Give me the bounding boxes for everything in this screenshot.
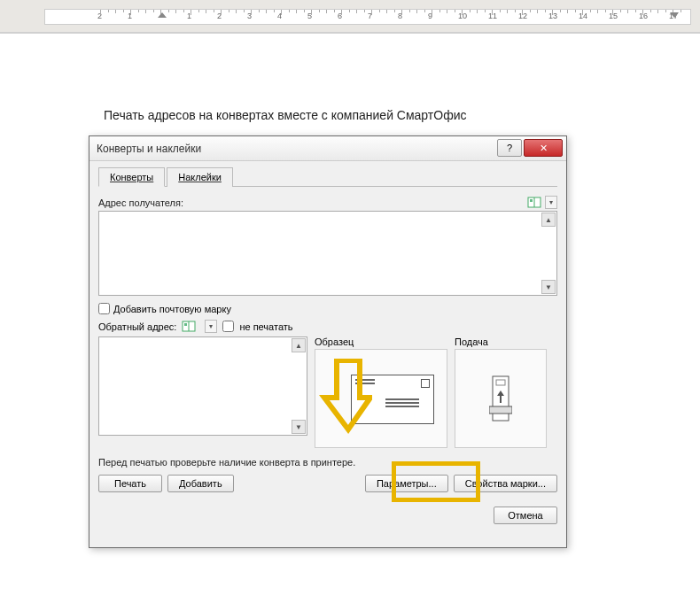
ruler-area: 211234567891011121314151617 (0, 0, 700, 34)
close-button[interactable]: ✕ (524, 139, 563, 157)
return-address-book-dropdown[interactable]: ▾ (205, 320, 217, 333)
return-scroll-up-button[interactable]: ▲ (292, 338, 306, 352)
return-address-book-icon[interactable] (182, 321, 196, 332)
envelopes-labels-dialog: Конверты и наклейки ? ✕ Конверты Наклейк… (89, 135, 567, 548)
svg-rect-1 (530, 199, 533, 202)
add-stamp-checkbox[interactable] (98, 303, 110, 314)
return-address-field-wrap: ▲ ▼ (98, 336, 307, 436)
tab-strip: Конверты Наклейки (98, 166, 557, 187)
options-button[interactable]: Параметры... (365, 475, 448, 492)
scroll-down-button[interactable]: ▼ (541, 280, 556, 294)
ruler-separator (0, 32, 700, 34)
printer-feed-icon (489, 375, 512, 424)
tab-envelopes-label: Конверты (110, 172, 153, 182)
tab-labels[interactable]: Наклейки (167, 167, 233, 187)
action-button-row: Печать Добавить Параметры... Свойства ма… (98, 475, 557, 492)
return-address-input[interactable] (99, 337, 291, 435)
no-print-label: не печатать (239, 321, 292, 332)
add-button[interactable]: Добавить (167, 475, 234, 492)
address-book-icon[interactable] (527, 197, 541, 208)
help-button[interactable]: ? (497, 139, 522, 157)
recipient-address-label: Адрес получателя: (98, 197, 183, 208)
add-stamp-label: Добавить почтовую марку (113, 304, 231, 314)
cancel-button[interactable]: Отмена (494, 507, 557, 524)
no-print-checkbox[interactable] (222, 321, 234, 332)
svg-rect-3 (184, 323, 187, 326)
feed-label: Подача (455, 336, 547, 347)
stamp-properties-button[interactable]: Свойства марки... (454, 475, 557, 492)
indent-marker-left[interactable] (158, 12, 167, 18)
dialog-title: Конверты и наклейки (97, 143, 201, 155)
envelope-preview[interactable] (315, 349, 447, 448)
preview-label: Образец (315, 336, 447, 347)
tab-envelopes[interactable]: Конверты (98, 167, 165, 187)
return-scroll-down-button[interactable]: ▼ (292, 420, 306, 434)
horizontal-ruler[interactable]: 211234567891011121314151617 (44, 9, 691, 25)
dialog-titlebar[interactable]: Конверты и наклейки ? ✕ (89, 136, 566, 161)
recipient-address-input[interactable] (99, 212, 541, 295)
scroll-up-button[interactable]: ▲ (541, 213, 556, 227)
indent-marker-right[interactable] (670, 12, 679, 18)
feed-preview[interactable] (455, 349, 547, 448)
return-address-label: Обратный адрес: (98, 321, 176, 332)
address-book-dropdown[interactable]: ▾ (545, 196, 557, 209)
envelope-icon (351, 375, 434, 424)
printer-hint-text: Перед печатью проверьте наличие конверта… (98, 457, 557, 468)
svg-rect-5 (489, 406, 512, 414)
print-button[interactable]: Печать (98, 475, 162, 492)
recipient-address-field-wrap: ▲ ▼ (98, 211, 557, 296)
document-body-text: Печать адресов на конвертах вместе с ком… (104, 108, 467, 122)
tab-labels-label: Наклейки (178, 172, 222, 182)
